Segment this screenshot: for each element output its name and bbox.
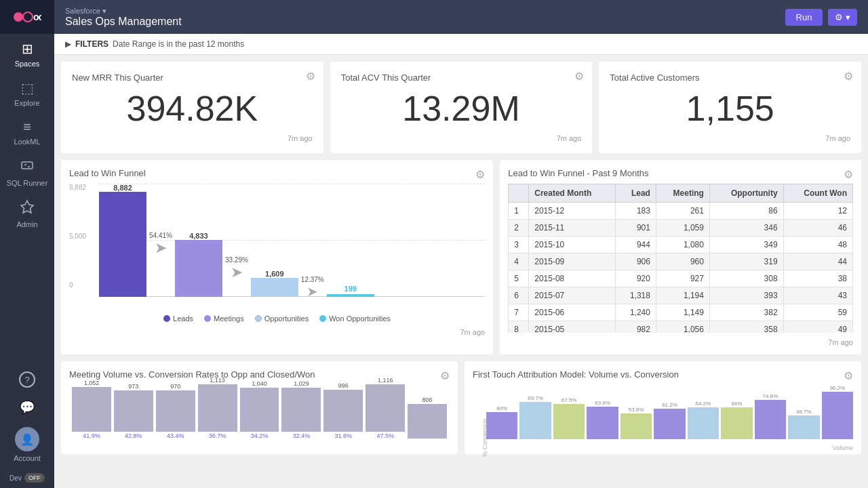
legend-opps-label: Opportunities (264, 314, 309, 323)
meeting-bar-rect (198, 384, 237, 432)
row-lead: 183 (616, 203, 656, 220)
help-icon: ? (19, 371, 35, 388)
meeting-bar-group: 970 43.4% (156, 383, 195, 439)
funnel-chart-gear[interactable]: ⚙ (475, 168, 485, 181)
content: New MRR This Quarter ⚙ 394.82K 7m ago To… (54, 55, 868, 488)
row-opportunity: 349 (709, 237, 783, 253)
funnel-table-gear[interactable]: ⚙ (844, 168, 853, 181)
meeting-bar-group: 806 (408, 396, 447, 439)
meeting-bar-rect (114, 390, 153, 432)
sidebar-item-lookml[interactable]: ≡ LookML (0, 113, 54, 151)
settings-button[interactable]: ⚙ ▾ (828, 9, 857, 26)
row-lead: 901 (616, 220, 656, 237)
meeting-bar-group: 1,052 41.9% (72, 380, 111, 439)
col-created-month[interactable]: Created Month (529, 184, 616, 203)
meeting-bar-pct: 32.4% (293, 432, 311, 439)
row-month: 2015-12 (529, 203, 616, 220)
funnel-table: Created Month Lead Meeting Opportunity C… (508, 184, 853, 333)
toggle-off-label[interactable]: OFF (24, 473, 45, 483)
sidebar-item-chat[interactable]: 💬 (0, 393, 54, 420)
row-meeting: 1,149 (656, 304, 709, 321)
legend-won-label: Won Opportunities (329, 314, 391, 323)
row-meeting: 927 (656, 270, 709, 287)
meeting-bar-group: 1,113 36.7% (198, 377, 237, 439)
col-count-won[interactable]: Count Won (783, 184, 852, 203)
new-mrr-gear[interactable]: ⚙ (306, 70, 315, 83)
total-acv-value: 13.29M (341, 88, 582, 129)
sidebar-item-admin-label: Admin (16, 220, 37, 228)
sidebar: ooker ⊞ Spaces ⬚ Explore ≡ LookML SQL Ru… (0, 0, 54, 488)
col-num (509, 184, 529, 203)
table-row: 3 2015-10 944 1,080 349 48 (509, 237, 853, 253)
legend-leads-label: Leads (173, 314, 193, 323)
col-meeting[interactable]: Meeting (656, 184, 709, 203)
new-mrr-title: New MRR This Quarter (72, 73, 313, 83)
meeting-bar-val: 1,052 (84, 380, 100, 386)
filter-chevron[interactable]: ▶ (65, 39, 71, 49)
y-label-mid: 5,000 (69, 232, 96, 240)
meeting-bar-group: 996 31.6% (323, 382, 363, 439)
sidebar-item-help[interactable]: ? (0, 365, 54, 393)
meeting-bar-group: 1,029 32.4% (281, 380, 321, 439)
meeting-bar-pct: 47.5% (376, 432, 394, 439)
sidebar-item-spaces[interactable]: ⊞ Spaces (0, 34, 54, 73)
row-month: 2015-09 (529, 253, 616, 270)
legend-opps: Opportunities (255, 314, 309, 323)
active-customers-gear[interactable]: ⚙ (844, 70, 853, 83)
table-row: 2 2015-11 901 1,059 346 46 (509, 220, 853, 237)
sidebar-item-spaces-label: Spaces (15, 60, 40, 68)
sidebar-bottom: ? 💬 👤 Account Dev OFF (0, 365, 54, 488)
attribution-y-label: % Conversion (481, 419, 488, 457)
dev-toggle[interactable]: Dev OFF (7, 468, 47, 488)
row-month: 2015-06 (529, 304, 616, 321)
explore-icon: ⬚ (21, 80, 34, 96)
attribution-card: First Touch Attribution Model: Volume vs… (465, 361, 861, 454)
funnel-table-title: Lead to Win Funnel - Past 9 Months (508, 168, 853, 178)
row-num: 3 (509, 237, 529, 253)
attribution-gear[interactable]: ⚙ (844, 369, 853, 382)
filter-bar: ▶ FILTERS Date Range is in the past 12 m… (54, 34, 868, 55)
filter-label: FILTERS (75, 39, 108, 49)
header-actions: Run ⚙ ▾ (785, 9, 857, 26)
col-opportunity[interactable]: Opportunity (709, 184, 783, 203)
total-acv-gear[interactable]: ⚙ (574, 70, 584, 83)
row-lead: 1,318 (616, 287, 656, 304)
sidebar-item-sql-runner[interactable]: SQL Runner (0, 151, 54, 192)
sidebar-item-sql-label: SQL Runner (7, 179, 48, 187)
meeting-bar-rect (240, 388, 279, 432)
table-row: 6 2015-07 1,318 1,194 393 43 (509, 287, 853, 304)
sidebar-item-explore[interactable]: ⬚ Explore (0, 73, 54, 113)
salesforce-dropdown[interactable]: Salesforce ▾ (65, 7, 182, 16)
meeting-bar-rect (408, 404, 447, 439)
row-won: 12 (783, 203, 852, 220)
attribution-bars: 80% 69.7% 67.5% 63.9% 53.8% 61.2% 64.2% … (473, 385, 853, 439)
active-customers-footer: 7m ago (610, 134, 850, 142)
svg-point-1 (23, 12, 33, 22)
row-won: 46 (783, 220, 852, 237)
run-button[interactable]: Run (785, 9, 823, 26)
funnel-chart-footer: 7m ago (69, 328, 485, 336)
legend-opps-dot (255, 315, 262, 322)
row-month: 2015-11 (529, 220, 616, 237)
row-won: 48 (783, 237, 852, 253)
meetings-bar-label: 4,833 (189, 232, 208, 240)
row-meeting: 261 (656, 203, 709, 220)
attribution-title: First Touch Attribution Model: Volume vs… (473, 369, 853, 380)
sidebar-item-admin[interactable]: Admin (0, 192, 54, 234)
meeting-bar-val: 1,116 (378, 377, 393, 384)
row-lead: 944 (616, 237, 656, 253)
row-meeting: 1,080 (656, 237, 709, 253)
admin-icon (20, 199, 35, 218)
meeting-volume-gear[interactable]: ⚙ (440, 369, 450, 382)
sidebar-item-account[interactable]: 👤 Account (0, 420, 54, 468)
y-label-bot: 0 (69, 281, 96, 289)
row-month: 2015-08 (529, 270, 616, 287)
sql-runner-icon (20, 158, 35, 176)
row-month: 2015-07 (529, 287, 616, 304)
meeting-bar-pct: 31.6% (335, 432, 353, 439)
row-opportunity: 308 (709, 270, 783, 287)
row-won: 49 (783, 321, 852, 333)
meeting-bar-pct: 43.4% (167, 432, 184, 439)
col-lead[interactable]: Lead (616, 184, 656, 203)
main-content: Salesforce ▾ Sales Ops Management Run ⚙ … (54, 0, 868, 488)
